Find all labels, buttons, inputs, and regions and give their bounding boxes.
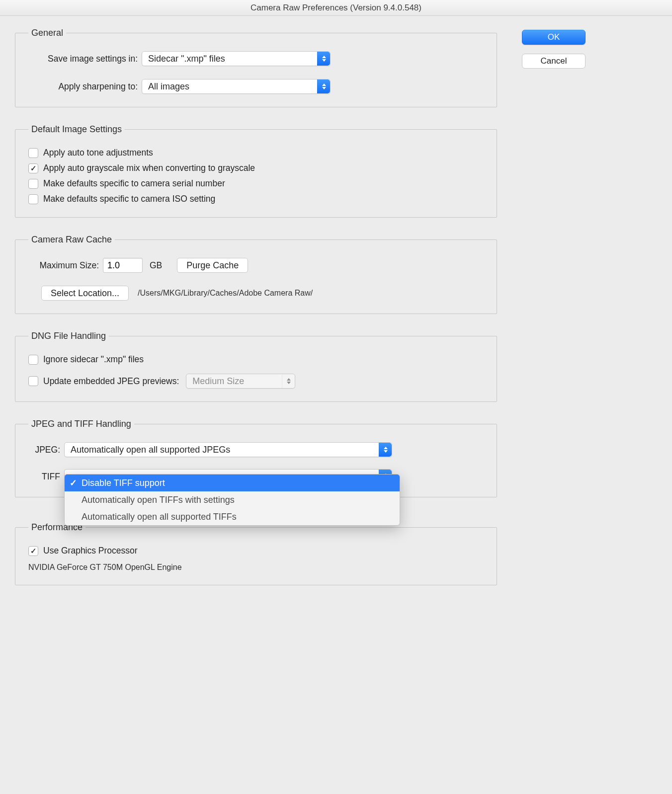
legend-general: General (28, 28, 66, 38)
dropdown-item-disable-tiff[interactable]: ✓ Disable TIFF support (65, 475, 400, 491)
checkbox-serial-label: Make defaults specific to camera serial … (43, 178, 225, 189)
group-dng: DNG File Handling Ignore sidecar ".xmp" … (15, 331, 497, 402)
label-save-settings: Save image settings in: (28, 54, 142, 64)
window-title: Camera Raw Preferences (Version 9.4.0.54… (0, 0, 672, 16)
cancel-button[interactable]: Cancel (522, 54, 586, 69)
stepper-icon (282, 374, 295, 388)
check-icon: ✓ (70, 477, 77, 488)
group-general: General Save image settings in: Sidecar … (15, 28, 497, 107)
checkbox-icon (28, 376, 38, 386)
dropdown-item-label: Automatically open TIFFs with settings (82, 495, 235, 505)
stepper-icon (317, 52, 330, 66)
label-sharpen: Apply sharpening to: (28, 81, 142, 92)
select-sharpen[interactable]: All images (142, 79, 331, 94)
select-jpeg-value: Automatically open all supported JPEGs (71, 445, 230, 455)
checkbox-auto-tone-label: Apply auto tone adjustments (43, 148, 153, 158)
legend-dng: DNG File Handling (28, 331, 109, 341)
checkbox-icon (28, 546, 38, 556)
group-jpeg-tiff: JPEG and TIFF Handling JPEG: Automatical… (15, 419, 497, 497)
dropdown-item-tiff-with-settings[interactable]: Automatically open TIFFs with settings (65, 491, 400, 508)
checkbox-icon (28, 194, 38, 204)
label-jpeg: JPEG: (28, 445, 64, 455)
select-save-settings-value: Sidecar ".xmp" files (148, 54, 225, 64)
stepper-icon (379, 443, 392, 457)
checkbox-auto-grayscale-label: Apply auto grayscale mix when converting… (43, 163, 255, 173)
checkbox-serial[interactable]: Make defaults specific to camera serial … (28, 178, 484, 189)
legend-defaults: Default Image Settings (28, 124, 125, 135)
checkbox-ignore-sidecar[interactable]: Ignore sidecar ".xmp" files (28, 354, 484, 365)
label-gb: GB (150, 260, 162, 271)
group-default-image-settings: Default Image Settings Apply auto tone a… (15, 124, 497, 218)
checkbox-iso-label: Make defaults specific to camera ISO set… (43, 194, 215, 204)
input-max-size[interactable] (103, 258, 143, 273)
stepper-icon (317, 79, 330, 93)
group-cache: Camera Raw Cache Maximum Size: GB Purge … (15, 235, 497, 314)
gpu-info: NVIDIA GeForce GT 750M OpenGL Engine (28, 563, 484, 572)
dropdown-item-label: Disable TIFF support (82, 478, 165, 488)
button-purge-cache[interactable]: Purge Cache (177, 258, 248, 273)
checkbox-icon (28, 148, 38, 158)
ok-button[interactable]: OK (522, 30, 586, 45)
dropdown-item-tiff-all[interactable]: Automatically open all supported TIFFs (65, 508, 400, 525)
checkbox-update-previews-label: Update embedded JPEG previews: (43, 376, 179, 387)
group-performance: Performance Use Graphics Processor NVIDI… (15, 522, 497, 585)
checkbox-icon (28, 163, 38, 173)
checkbox-icon (28, 355, 38, 365)
label-max-size: Maximum Size: (28, 260, 103, 271)
legend-jpeg-tiff: JPEG and TIFF Handling (28, 419, 134, 429)
dropdown-item-label: Automatically open all supported TIFFs (82, 512, 237, 522)
checkbox-ignore-sidecar-label: Ignore sidecar ".xmp" files (43, 354, 144, 365)
select-jpeg[interactable]: Automatically open all supported JPEGs (64, 442, 392, 457)
button-select-location[interactable]: Select Location... (41, 286, 129, 301)
dropdown-tiff-options[interactable]: ✓ Disable TIFF support Automatically ope… (64, 474, 400, 526)
label-tiff: TIFF (28, 472, 64, 482)
checkbox-iso[interactable]: Make defaults specific to camera ISO set… (28, 194, 484, 204)
select-preview-size-value: Medium Size (192, 376, 244, 387)
checkbox-auto-tone[interactable]: Apply auto tone adjustments (28, 148, 484, 158)
select-save-settings[interactable]: Sidecar ".xmp" files (142, 51, 331, 66)
checkbox-icon (28, 179, 38, 189)
select-preview-size: Medium Size (186, 374, 295, 389)
checkbox-use-gpu[interactable]: Use Graphics Processor (28, 546, 484, 556)
checkbox-update-previews[interactable]: Update embedded JPEG previews: Medium Si… (28, 374, 484, 389)
checkbox-auto-grayscale[interactable]: Apply auto grayscale mix when converting… (28, 163, 484, 173)
checkbox-use-gpu-label: Use Graphics Processor (43, 546, 138, 556)
legend-cache: Camera Raw Cache (28, 235, 115, 245)
cache-path: /Users/MKG/Library/Caches/Adobe Camera R… (138, 289, 313, 298)
select-sharpen-value: All images (148, 81, 189, 92)
